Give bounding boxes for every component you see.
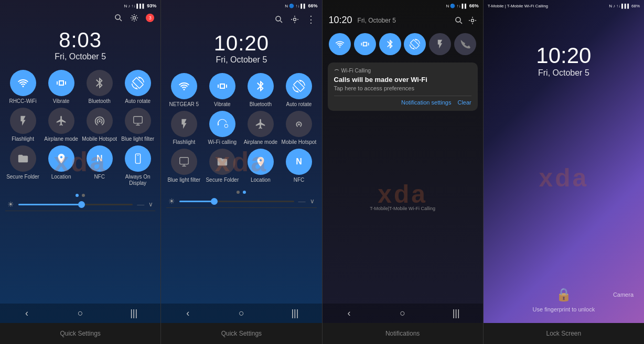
recents-button-1[interactable]: ||| — [126, 308, 142, 319]
screen-notifications: N 🔵 ↑↓ ▌▌ 66% 10:20 Fri, October 5 — [323, 0, 484, 323]
notification-badge[interactable]: 3 — [146, 14, 154, 22]
tile-airplane-2[interactable]: Airplane mode — [243, 111, 278, 145]
status-bar-1: N ♪ ↑↓ ▌▌▌ 93% — [0, 0, 160, 12]
battery-2: 66% — [308, 3, 317, 8]
tile-label-bluelight-1: Blue light filter — [121, 136, 154, 142]
tile-vibrate-2[interactable]: Vibrate — [205, 73, 240, 108]
aod-icon-1 — [125, 145, 151, 172]
caption-3: Notifications — [323, 323, 484, 344]
tile-label-nfc-1: NFC — [94, 174, 105, 180]
home-button-2[interactable]: ○ — [233, 308, 249, 319]
small-tile-wifi[interactable] — [329, 33, 351, 55]
more-icon-2[interactable]: ⋮ — [306, 14, 316, 25]
tile-location-2[interactable]: Location — [243, 149, 278, 183]
tile-label-nfc-2: NFC — [294, 177, 305, 183]
bluetooth-icon-1 — [87, 70, 113, 96]
tile-vibrate-1[interactable]: Vibrate — [44, 70, 79, 105]
lock-hint: Use fingerprint to unlock — [484, 306, 644, 312]
notif-action-clear[interactable]: Clear — [457, 99, 471, 106]
notif-search-icon[interactable] — [455, 16, 463, 25]
tile-folder-2[interactable]: Secure Folder — [205, 149, 240, 183]
tile-hotspot-2[interactable]: Mobile Hotspot — [281, 111, 316, 145]
tile-wifi-1[interactable]: RHCC-WiFi — [5, 70, 40, 105]
back-button-2[interactable]: ‹ — [180, 308, 196, 319]
small-tile-flashlight[interactable] — [429, 33, 451, 55]
captions-row: Quick Settings Quick Settings Notificati… — [0, 323, 644, 344]
notif-header-icons — [455, 16, 477, 25]
tile-wifi-2[interactable]: NETGEAR 5 — [166, 73, 201, 108]
notification-card[interactable]: Wi-Fi Calling Calls will be made over Wi… — [328, 62, 478, 111]
camera-label[interactable]: Camera — [613, 291, 634, 298]
home-button-1[interactable]: ○ — [72, 308, 88, 319]
wifi-icon-1 — [10, 70, 36, 96]
tile-bluetooth-1[interactable]: Bluetooth — [82, 70, 117, 105]
settings-icon-1[interactable] — [130, 14, 138, 22]
flashlight-icon-2 — [171, 111, 197, 137]
tile-flashlight-1[interactable]: Flashlight — [5, 108, 40, 142]
lock-clock-time: 10:20 — [484, 43, 644, 68]
tile-rotate-2[interactable]: Auto rotate — [281, 73, 316, 108]
small-tile-rotate[interactable] — [404, 33, 426, 55]
svg-point-2 — [133, 17, 136, 19]
tile-rotate-1[interactable]: Auto rotate — [120, 70, 155, 105]
tile-location-1[interactable]: Location — [44, 145, 79, 186]
brightness-slider-2[interactable] — [179, 201, 294, 202]
tile-bluelight-2[interactable]: Blue light filter — [166, 149, 201, 183]
home-button-3[interactable]: ○ — [395, 308, 411, 319]
notif-header: 10:20 Fri, October 5 — [323, 12, 483, 29]
airplane-icon-2 — [248, 111, 274, 137]
tile-label-wifi-2: NETGEAR 5 — [169, 101, 199, 108]
svg-point-11 — [471, 19, 474, 22]
tile-bluelight-1[interactable]: Blue light filter — [120, 108, 155, 142]
brightness-low-icon-1: ☀ — [7, 200, 14, 209]
settings-icon-2[interactable] — [291, 15, 299, 24]
xda-watermark-3: xda — [378, 180, 427, 209]
tile-label-bluelight-2: Blue light filter — [167, 177, 200, 183]
vibrate-icon-1 — [48, 70, 74, 96]
tile-bluetooth-2[interactable]: Bluetooth — [243, 73, 278, 108]
tile-nfc-2[interactable]: N NFC — [281, 149, 316, 183]
bluetooth-icon-2 — [248, 73, 274, 99]
recents-button-3[interactable]: ||| — [448, 308, 464, 319]
hotspot-icon-2 — [286, 111, 312, 137]
airplane-icon-1 — [48, 108, 74, 134]
bottom-nav-2: ‹ ○ ||| — [161, 304, 321, 323]
tile-airplane-1[interactable]: Airplane mode — [44, 108, 79, 142]
search-icon-2[interactable] — [275, 15, 283, 24]
brightness-slider-1[interactable] — [18, 204, 133, 205]
tile-flashlight-2[interactable]: Flashlight — [166, 111, 201, 145]
status-icons-3: N 🔵 ↑↓ ▌▌ — [446, 4, 468, 8]
small-tile-wificall[interactable] — [454, 33, 476, 55]
back-button-3[interactable]: ‹ — [341, 308, 357, 319]
tile-label-airplane-1: Airplane mode — [44, 136, 78, 142]
small-tile-vibrate[interactable] — [354, 33, 376, 55]
tile-folder-1[interactable]: Secure Folder — [5, 145, 40, 186]
tile-label-aod-1: Always On Display — [120, 174, 155, 186]
tiles-grid-2: NETGEAR 5 Vibrate Bluetooth — [161, 73, 321, 183]
tile-hotspot-1[interactable]: Mobile Hotspot — [82, 108, 117, 142]
location-icon-1 — [48, 145, 74, 172]
tile-wificall-2[interactable]: Wi-Fi calling — [205, 111, 240, 145]
tile-nfc-1[interactable]: N NFC — [82, 145, 117, 186]
status-bar-3: N 🔵 ↑↓ ▌▌ 66% — [323, 0, 483, 12]
tile-label-hotspot-2: Mobile Hotspot — [282, 139, 317, 145]
xda-watermark-4: xda — [539, 163, 589, 192]
notif-bottom-status: T-Mobile|T-Mobile Wi-Fi Calling — [323, 205, 483, 213]
wifi-icon-2 — [171, 73, 197, 99]
bluelight-icon-1 — [125, 108, 151, 134]
notif-settings-icon[interactable] — [468, 16, 477, 25]
tile-aod-1[interactable]: Always On Display — [120, 145, 155, 186]
chevron-icon-1[interactable]: ∨ — [148, 201, 153, 208]
search-icon-1[interactable] — [114, 14, 123, 22]
notif-card-body: Tap here to access preferences — [334, 85, 471, 91]
dot-1 — [76, 194, 79, 197]
back-button-1[interactable]: ‹ — [19, 308, 35, 319]
notif-action-settings[interactable]: Notification settings — [401, 99, 451, 106]
dot-2 — [82, 194, 85, 197]
small-tile-bluetooth[interactable] — [379, 33, 401, 55]
folder-icon-1 — [10, 145, 36, 172]
recents-button-2[interactable]: ||| — [287, 308, 303, 319]
tile-label-wificall-2: Wi-Fi calling — [208, 139, 237, 145]
notif-card-header: Wi-Fi Calling — [334, 68, 471, 74]
chevron-icon-2[interactable]: ∨ — [310, 197, 315, 205]
